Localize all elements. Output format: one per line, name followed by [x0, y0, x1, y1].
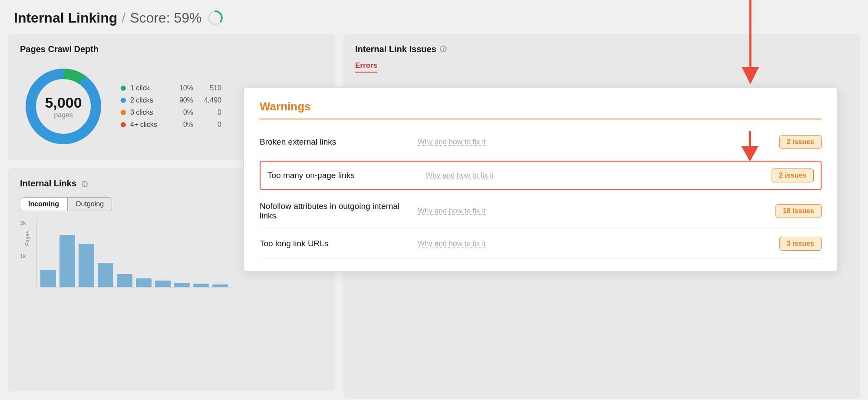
score-circle-icon	[207, 10, 224, 26]
donut-center: 5,000 pages	[45, 94, 82, 119]
legend-dot-1click	[121, 86, 126, 91]
donut-number: 5,000	[45, 94, 82, 111]
legend-item-1click: 1 click 10% 510	[121, 84, 221, 92]
warning-fix-broken-links[interactable]: Why and how to fix it	[418, 138, 769, 146]
legend-item-3clicks: 3 clicks 0% 0	[121, 109, 221, 116]
tab-errors[interactable]: Errors	[355, 61, 377, 73]
page-header: Internal Linking / Score: 59%	[0, 0, 868, 34]
legend-dot-2clicks	[121, 98, 126, 103]
internal-links-info-icon[interactable]: ⓘ	[82, 181, 88, 188]
bar-2	[59, 235, 75, 287]
bar-9	[193, 284, 209, 287]
donut-label: pages	[45, 111, 82, 119]
warning-fix-long-urls[interactable]: Why and how to fix it	[418, 239, 769, 248]
crawl-depth-title: Pages Crawl Depth	[20, 44, 323, 54]
warning-fix-too-many[interactable]: Why and how to fix it	[426, 171, 761, 180]
donut-chart: 5,000 pages	[20, 63, 107, 150]
legend-pct-4plus: 0%	[174, 121, 193, 129]
tab-outgoing[interactable]: Outgoing	[67, 197, 112, 211]
bar-6	[136, 278, 152, 287]
legend-label-3clicks: 3 clicks	[130, 109, 169, 116]
warning-row-too-many-links: Too many on-page links Why and how to fi…	[260, 161, 822, 190]
bar-1	[40, 270, 56, 287]
bar-10	[212, 284, 228, 287]
warning-name-long-urls: Too long link URLs	[260, 239, 407, 248]
legend-count-1click: 510	[198, 84, 221, 92]
warnings-title: Warnings	[260, 100, 822, 119]
page-title: Internal Linking	[14, 10, 117, 26]
y-label-1k: 1k	[20, 253, 36, 259]
warnings-overlay: Warnings Broken external links Why and h…	[243, 87, 838, 272]
legend-count-3clicks: 0	[198, 109, 221, 116]
warning-name-broken-links: Broken external links	[260, 137, 407, 147]
legend-pct-3clicks: 0%	[174, 109, 193, 116]
bar-7	[155, 281, 171, 287]
legend-label-2clicks: 2 clicks	[130, 96, 169, 104]
bar-8	[174, 283, 190, 287]
issues-info-icon[interactable]: ⓘ	[440, 45, 446, 53]
warning-row-broken-links: Broken external links Why and how to fix…	[260, 127, 822, 157]
title-separator: /	[122, 10, 125, 26]
issues-badge-nofollow[interactable]: 18 issues	[776, 204, 822, 218]
legend-count-2clicks: 4,490	[198, 96, 221, 104]
issues-title: Internal Link Issues ⓘ	[355, 44, 848, 54]
pages-y-axis-label: Pages	[24, 231, 30, 246]
legend-dot-3clicks	[121, 110, 126, 115]
legend-pct-1click: 10%	[174, 84, 193, 92]
crawl-depth-legend: 1 click 10% 510 2 clicks 90% 4,490 3 cli…	[121, 84, 221, 129]
bar-5	[117, 274, 132, 287]
legend-label-4plus: 4+ clicks	[130, 121, 169, 129]
legend-item-4plusclicks: 4+ clicks 0% 0	[121, 121, 221, 129]
warning-name-too-many: Too many on-page links	[267, 171, 415, 180]
bar-chart-graph	[36, 218, 231, 288]
legend-pct-2clicks: 90%	[174, 96, 193, 104]
warning-row-long-urls: Too long link URLs Why and how to fix it…	[260, 229, 822, 259]
tab-incoming[interactable]: Incoming	[20, 197, 67, 211]
issues-badge-broken-links[interactable]: 2 issues	[779, 135, 822, 149]
warning-name-nofollow: Nofollow attributes in outgoing internal…	[260, 202, 407, 221]
warning-fix-nofollow[interactable]: Why and how to fix it	[418, 207, 765, 215]
score-label: Score: 59%	[130, 10, 201, 26]
legend-count-4plus: 0	[198, 121, 221, 129]
issues-badge-too-many[interactable]: 2 issues	[772, 169, 814, 182]
legend-item-2clicks: 2 clicks 90% 4,490	[121, 96, 221, 104]
warning-row-nofollow: Nofollow attributes in outgoing internal…	[260, 194, 822, 229]
legend-dot-4plusclicks	[121, 122, 126, 127]
issues-badge-long-urls[interactable]: 3 issues	[779, 237, 822, 251]
y-label-2k: 2k	[20, 220, 36, 226]
bar-3	[79, 244, 94, 287]
bar-4	[98, 263, 113, 287]
legend-label-1click: 1 click	[130, 84, 169, 92]
